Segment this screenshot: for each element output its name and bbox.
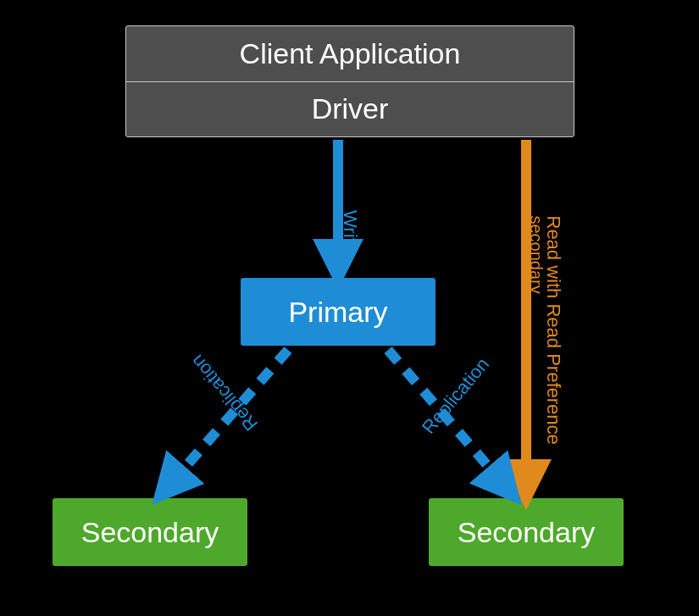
primary-box: Primary	[241, 278, 435, 346]
secondary-left-box: Secondary	[53, 498, 247, 566]
read-label-line1: Read with Read Preference	[543, 216, 564, 445]
secondary-left-label: Secondary	[81, 516, 219, 549]
diagram-canvas: Client Application Driver Primary Second…	[0, 0, 699, 616]
read-label: Read with Read Preference secondary	[526, 216, 564, 445]
client-application-box: Client Application Driver	[125, 25, 574, 137]
write-label: Write	[339, 210, 361, 253]
replication-left-label: Replication	[186, 350, 263, 435]
replication-left-arrow	[165, 350, 288, 490]
replication-right-label: Replication	[418, 353, 494, 438]
driver-label: Driver	[126, 82, 574, 136]
secondary-right-box: Secondary	[429, 498, 624, 566]
secondary-right-label: Secondary	[458, 516, 596, 549]
primary-label: Primary	[288, 296, 387, 329]
client-application-label: Client Application	[126, 27, 574, 82]
